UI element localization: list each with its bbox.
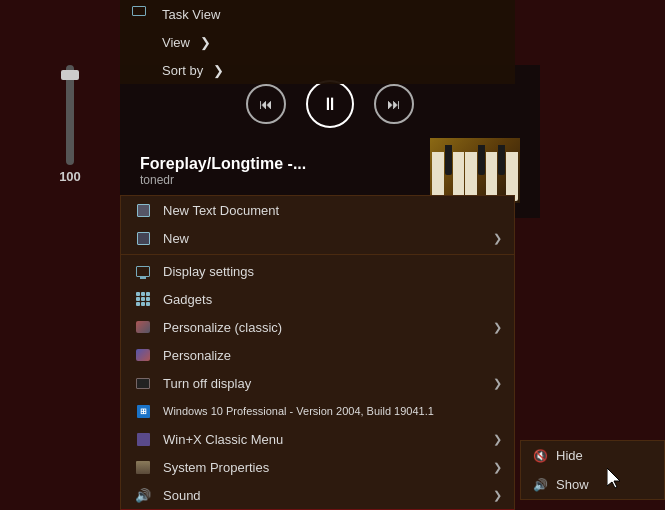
menu-item-personalize[interactable]: Personalize <box>121 341 514 369</box>
menu-item-winx[interactable]: Win+X Classic Menu ❯ <box>121 425 514 453</box>
taskview-taskview[interactable]: Task View <box>120 0 515 28</box>
piano-key <box>453 152 465 201</box>
personalize-classic-arrow-icon: ❯ <box>493 321 502 334</box>
menu-item-personalize-classic[interactable]: Personalize (classic) ❯ <box>121 313 514 341</box>
prev-button[interactable]: ⏮ <box>246 84 286 124</box>
personalize-label: Personalize <box>163 348 502 363</box>
system-properties-arrow-icon: ❯ <box>493 461 502 474</box>
new-label: New <box>163 231 483 246</box>
prev-icon: ⏮ <box>259 96 273 112</box>
media-artist: tonedr <box>140 173 415 187</box>
turn-off-display-arrow-icon: ❯ <box>493 377 502 390</box>
menu-item-sound[interactable]: 🔊 Sound ❯ <box>121 481 514 509</box>
menu-separator-1 <box>121 254 514 255</box>
media-text: Foreplay/Longtime -... tonedr <box>140 155 415 187</box>
menu-item-system-properties[interactable]: System Properties ❯ <box>121 453 514 481</box>
piano-key <box>465 152 477 201</box>
media-title: Foreplay/Longtime -... <box>140 155 370 173</box>
taskview-view[interactable]: View ❯ <box>120 28 515 56</box>
sortby-label: Sort by <box>162 63 203 78</box>
sortby-arrow-icon: ❯ <box>213 63 224 78</box>
menu-item-new[interactable]: New ❯ <box>121 224 514 252</box>
win10-icon: ⊞ <box>133 403 153 419</box>
winx-icon <box>133 431 153 447</box>
winx-label: Win+X Classic Menu <box>163 432 483 447</box>
media-info-row: Foreplay/Longtime -... tonedr <box>140 138 520 203</box>
sound-label: Sound <box>163 488 483 503</box>
new-icon <box>133 230 153 246</box>
taskview-icon <box>132 6 152 22</box>
turn-off-display-label: Turn off display <box>163 376 483 391</box>
submenu-item-show[interactable]: 🔊 Show <box>521 470 664 499</box>
sound-arrow-icon: ❯ <box>493 489 502 502</box>
hide-label: Hide <box>556 448 583 463</box>
piano-key <box>506 152 518 201</box>
piano-key <box>432 152 444 201</box>
gadgets-label: Gadgets <box>163 292 502 307</box>
volume-osd-submenu: 🔇 Hide 🔊 Show <box>520 440 665 500</box>
system-properties-label: System Properties <box>163 460 483 475</box>
turn-off-display-icon <box>133 375 153 391</box>
new-text-doc-label: New Text Document <box>163 203 502 218</box>
personalize-classic-icon <box>133 319 153 335</box>
piano-key <box>498 145 505 176</box>
menu-item-turn-off-display[interactable]: Turn off display ❯ <box>121 369 514 397</box>
context-menu: New Text Document New ❯ Display settings… <box>120 195 515 510</box>
piano-key <box>445 145 452 176</box>
winx-arrow-icon: ❯ <box>493 433 502 446</box>
gadgets-icon <box>133 291 153 307</box>
pause-icon: ⏸ <box>321 94 339 115</box>
taskview-area: Task View View ❯ Sort by ❯ <box>120 0 515 84</box>
sortby-icon <box>132 62 152 78</box>
personalize-icon <box>133 347 153 363</box>
new-arrow-icon: ❯ <box>493 232 502 245</box>
volume-slider-container: 100 <box>55 65 85 205</box>
menu-item-display-settings[interactable]: Display settings <box>121 257 514 285</box>
display-settings-label: Display settings <box>163 264 502 279</box>
piano-key <box>486 152 498 201</box>
taskview-sortby[interactable]: Sort by ❯ <box>120 56 515 84</box>
piano-visual <box>430 138 520 203</box>
next-icon: ⏭ <box>387 96 401 112</box>
sys-props-icon <box>133 459 153 475</box>
menu-item-win10[interactable]: ⊞ Windows 10 Professional - Version 2004… <box>121 397 514 425</box>
show-icon: 🔊 <box>533 478 548 492</box>
hide-icon: 🔇 <box>533 449 548 463</box>
pause-button[interactable]: ⏸ <box>306 80 354 128</box>
sound-icon: 🔊 <box>133 487 153 503</box>
media-controls: ⏮ ⏸ ⏭ <box>246 80 414 128</box>
show-label: Show <box>556 477 589 492</box>
menu-item-new-text-doc[interactable]: New Text Document <box>121 196 514 224</box>
view-label: View <box>162 35 190 50</box>
win10-label: Windows 10 Professional - Version 2004, … <box>163 405 502 417</box>
media-thumbnail <box>430 138 520 203</box>
submenu-item-hide[interactable]: 🔇 Hide <box>521 441 664 470</box>
volume-value: 100 <box>59 169 81 184</box>
taskview-label: Task View <box>162 7 220 22</box>
menu-item-gadgets[interactable]: Gadgets <box>121 285 514 313</box>
view-arrow-icon: ❯ <box>200 35 211 50</box>
volume-slider-thumb[interactable] <box>61 70 79 80</box>
new-doc-icon <box>133 202 153 218</box>
view-icon <box>132 34 152 50</box>
piano-key <box>478 145 485 176</box>
volume-slider-track[interactable] <box>66 65 74 165</box>
display-settings-icon <box>133 263 153 279</box>
next-button[interactable]: ⏭ <box>374 84 414 124</box>
personalize-classic-label: Personalize (classic) <box>163 320 483 335</box>
